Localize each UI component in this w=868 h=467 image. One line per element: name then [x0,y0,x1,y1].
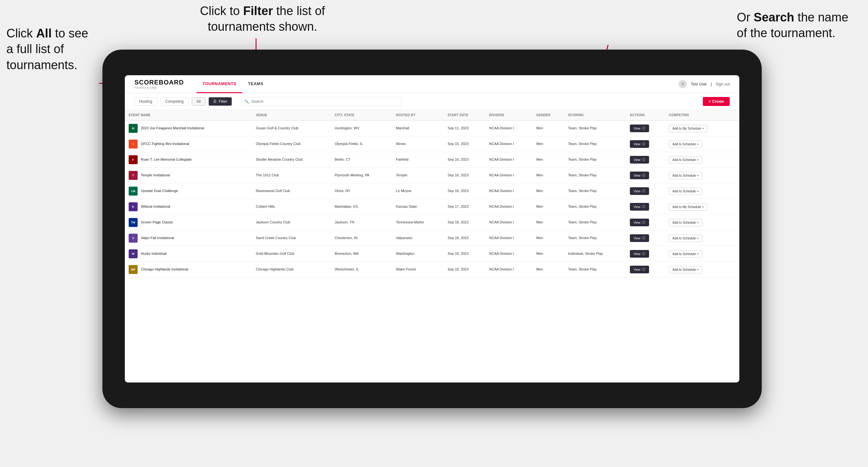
event-name-text: Husky Individual [141,251,166,256]
view-button[interactable]: View ⓘ [630,266,649,273]
add-to-schedule-button[interactable]: Add to Schedule + [669,266,702,273]
tab-competing[interactable]: Competing [160,97,188,105]
col-actions: ACTIONS [626,110,665,120]
user-area: U Test User | Sign out [679,80,730,88]
cell-city-state: Westchester, IL [331,262,392,278]
cell-competing: Add to Schedule + [665,262,739,278]
table-row: LM Upstate Dual Challenge Ravenwood Golf… [125,183,739,199]
cell-hosted-by: Illinois [392,136,444,152]
cell-start-date: Sep 15, 2023 [444,136,486,152]
view-button[interactable]: View ⓘ [630,172,649,179]
col-city-state: CITY, STATE [331,110,392,120]
event-name-text: Upstate Dual Challenge [141,189,178,193]
user-name: Test User [691,82,707,86]
add-to-schedule-button[interactable]: Add to Schedule + [669,156,702,163]
cell-competing: Add to Schedule + [665,168,739,183]
tab-all[interactable]: All [192,97,206,105]
cell-actions: View ⓘ [626,215,665,230]
filter-button[interactable]: ☰ Filter [209,97,232,105]
nav-teams[interactable]: TEAMS [242,75,269,93]
cell-hosted-by: Valparaiso [392,230,444,246]
table-row: WF Chicago Highlands Invitational Chicag… [125,262,739,278]
add-to-schedule-button[interactable]: Add to Schedule + [669,188,702,195]
cell-gender: Men [533,262,564,278]
cell-competing: Add to Schedule + [665,183,739,199]
cell-venue: Sand Creek Country Club [252,230,331,246]
tournaments-table: EVENT NAME VENUE CITY, STATE HOSTED BY S… [125,110,739,278]
cell-hosted-by: Le Moyne [392,183,444,199]
cell-event-name: TM Grover Page Classic [125,215,252,230]
view-button[interactable]: View ⓘ [630,156,649,163]
annotation-topright: Or Search the name of the tournament. [737,9,852,41]
add-to-schedule-button[interactable]: Add to My Schedule + [669,203,707,211]
cell-scoring: Team, Stroke Play [564,215,626,230]
view-button[interactable]: View ⓘ [630,140,649,148]
col-venue: VENUE [252,110,331,120]
info-icon: ⓘ [642,142,645,146]
cell-division: NCAA Division I [485,152,532,168]
info-icon: ⓘ [642,220,645,225]
create-button[interactable]: + Create [703,97,730,106]
view-button[interactable]: View ⓘ [630,250,649,258]
tablet-screen: SCOREBOARD Powered by clippi TOURNAMENTS… [125,75,739,382]
cell-actions: View ⓘ [626,120,665,136]
user-avatar: U [679,80,687,88]
nav-tournaments[interactable]: TOURNAMENTS [196,75,242,93]
col-start-date: START DATE [444,110,486,120]
cell-actions: View ⓘ [626,246,665,262]
add-to-schedule-button[interactable]: Add to Schedule + [669,235,702,242]
col-event-name: EVENT NAME [125,110,252,120]
add-to-schedule-button[interactable]: Add to Schedule + [669,141,702,148]
add-to-schedule-button[interactable]: Add to Schedule + [669,250,702,258]
info-icon: ⓘ [642,189,645,193]
event-name-text: Temple Invitational [141,173,170,178]
view-button[interactable]: View ⓘ [630,219,649,226]
cell-actions: View ⓘ [626,199,665,215]
annotation-topcenter: Click to Filter the list of tournaments … [179,3,346,35]
view-button[interactable]: View ⓘ [630,125,649,132]
cell-scoring: Individual, Stroke Play [564,246,626,262]
cell-start-date: Sep 16, 2023 [444,168,486,183]
tab-hosting[interactable]: Hosting [134,97,157,105]
cell-venue: The 1912 Club [252,168,331,183]
table-row: T Temple Invitational The 1912 Club Plym… [125,168,739,183]
cell-start-date: Sep 11, 2023 [444,120,486,136]
sign-out-link[interactable]: Sign out [716,82,730,86]
cell-city-state: Victor, NY [331,183,392,199]
cell-event-name: LM Upstate Dual Challenge [125,183,252,199]
cell-scoring: Team, Stroke Play [564,136,626,152]
search-input[interactable] [241,97,401,106]
cell-gender: Men [533,230,564,246]
filter-bar: Hosting Competing All ☰ Filter 🔍 + Creat… [125,93,739,110]
cell-hosted-by: Kansas State [392,199,444,215]
view-button[interactable]: View ⓘ [630,187,649,195]
table-header-row: EVENT NAME VENUE CITY, STATE HOSTED BY S… [125,110,739,120]
table-row: TM Grover Page Classic Jackson Country C… [125,215,739,230]
cell-start-date: Sep 17, 2023 [444,199,486,215]
logo-title: SCOREBOARD [134,79,184,86]
add-to-schedule-button[interactable]: Add to My Schedule + [669,125,707,132]
cell-venue: Olympia Fields Country Club [252,136,331,152]
team-logo: LM [129,187,137,195]
team-logo: TM [129,218,137,227]
event-name-text: OFCC Fighting Illini Invitational [141,142,189,146]
cell-event-name: WF Chicago Highlands Invitational [125,262,252,278]
view-button[interactable]: View ⓘ [630,203,649,211]
view-button[interactable]: View ⓘ [630,234,649,242]
pipe-separator: | [711,82,712,86]
cell-event-name: K Wildcat Invitational [125,199,252,215]
cell-venue: Colbert Hills [252,199,331,215]
cell-venue: Ravenwood Golf Club [252,183,331,199]
cell-competing: Add to Schedule + [665,215,739,230]
cell-start-date: Sep 18, 2023 [444,262,486,278]
cell-start-date: Sep 16, 2023 [444,183,486,199]
cell-division: NCAA Division I [485,246,532,262]
cell-scoring: Team, Stroke Play [564,230,626,246]
cell-event-name: T Temple Invitational [125,168,252,183]
cell-gender: Men [533,168,564,183]
cell-gender: Men [533,152,564,168]
add-to-schedule-button[interactable]: Add to Schedule + [669,172,702,179]
cell-event-name: V Valpo Fall Invitational [125,230,252,246]
add-to-schedule-button[interactable]: Add to Schedule + [669,219,702,226]
team-logo: I [129,139,137,149]
